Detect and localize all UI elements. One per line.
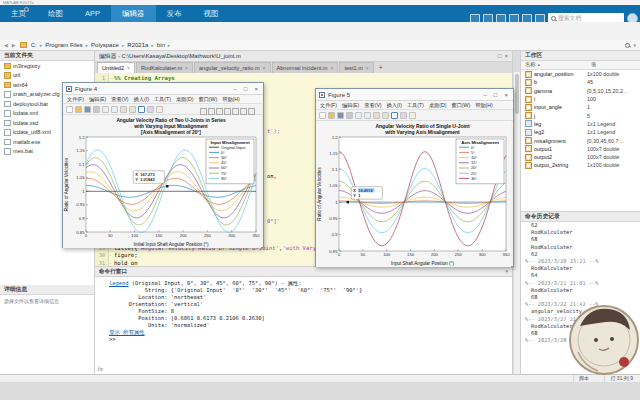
workspace-variable-5[interactable]: j5 [521, 111, 640, 119]
editor-tab-0[interactable]: Untitled2× [97, 62, 135, 73]
workspace-column-headers[interactable]: 名称 ▲ 值 [521, 61, 640, 70]
tab-close-icon[interactable]: × [331, 63, 334, 73]
history-command[interactable]: RodKalculater [521, 244, 640, 251]
figure-menu-3[interactable]: 插入(I) [387, 102, 402, 109]
breadcrumb-segment-1[interactable]: Program Files [45, 42, 82, 48]
workspace-variable-8[interactable]: misalignment[0,30,45,60,7… [521, 136, 640, 144]
history-command[interactable]: 62 [521, 222, 640, 229]
save-figure-icon[interactable] [84, 106, 91, 113]
figure5-plot[interactable]: Angular Velocity Ratio of Single U-Joint… [316, 121, 511, 267]
history-timestamp[interactable]: %-- 2023/3/28 19:38 --% [521, 337, 640, 344]
maximize-icon[interactable]: □ [242, 86, 250, 92]
pan-icon[interactable] [373, 112, 380, 119]
breadcrumb[interactable]: C:▸Program Files▸Polyspace▸R2021a▸bin▸ [31, 42, 171, 48]
brush-icon[interactable] [400, 112, 407, 119]
figure-menu-1[interactable]: 编辑(E) [89, 96, 106, 103]
command-window-header[interactable]: 命令行窗口 ▾ [95, 266, 512, 277]
rotate-3d-icon[interactable] [382, 112, 389, 119]
open-file-icon[interactable] [75, 106, 82, 113]
figure-menu-4[interactable]: 工具(T) [407, 102, 424, 109]
forward-icon[interactable]: ▶ [12, 42, 16, 48]
minimize-icon[interactable]: – [482, 92, 489, 98]
history-command[interactable]: 68 [521, 330, 640, 337]
figure-menu-7[interactable]: 帮助(H) [222, 96, 240, 103]
editor-tab-3[interactable]: Abnormal incident.m× [272, 62, 339, 73]
toolstrip-tab-2[interactable]: APP [74, 5, 111, 22]
workspace-variable-1[interactable]: b45 [521, 78, 640, 86]
figure-menu-6[interactable]: 窗口(W) [198, 96, 217, 103]
editor-tab-2[interactable]: angular_velocity_ratio.m× [194, 62, 271, 73]
show-all-properties-link[interactable]: 显示 所有属性 [109, 329, 145, 335]
print-figure-icon[interactable] [93, 106, 100, 113]
workspace-header[interactable]: 工作区 [521, 51, 640, 61]
toolstrip-tab-1[interactable]: 绘图 [37, 5, 74, 22]
workspace-variable-10[interactable]: output2100x7 double [521, 153, 640, 161]
history-command[interactable]: RodKalculater [521, 287, 640, 294]
history-timestamp[interactable]: %-- 2023/3/20 23:21 --% [521, 258, 640, 265]
history-command[interactable]: 68 [521, 236, 640, 243]
maximize-icon[interactable]: □ [492, 92, 500, 98]
figure-menu-0[interactable]: 文件(F) [67, 96, 84, 103]
legend-doc-link[interactable]: legend [109, 280, 128, 286]
open-file-icon[interactable] [328, 112, 335, 119]
new-figure-icon[interactable] [319, 112, 326, 119]
workspace-variable-9[interactable]: output1100x7 double [521, 145, 640, 153]
back-icon[interactable]: ◀ [4, 42, 8, 48]
history-timestamp[interactable]: %-- 2023/3/21 21:01 --% [521, 280, 640, 287]
breakpoint-gutter-mark[interactable]: - [110, 75, 112, 81]
workspace-variable-11[interactable]: output_2string1x100 double [521, 161, 640, 169]
history-command[interactable]: RodKalculater [521, 265, 640, 272]
new-figure-icon[interactable] [66, 106, 73, 113]
zoom-in-icon[interactable] [102, 106, 109, 113]
command-prompt[interactable]: >> [109, 336, 116, 342]
breadcrumb-segment-0[interactable]: C: [31, 42, 37, 48]
figure4-plot[interactable]: Angular Velocity Ratio of Two U-Joints i… [63, 115, 261, 248]
workspace-variable-6[interactable]: leg1x1 Legend [521, 120, 640, 128]
history-command[interactable]: angular_velocity_ratio [521, 308, 640, 315]
pan-icon[interactable] [120, 106, 127, 113]
figure4-titlebar[interactable]: Figure 4 – □ × [63, 83, 263, 95]
brush-icon[interactable] [147, 106, 154, 113]
data-cursor-icon[interactable] [138, 106, 145, 113]
history-command[interactable]: 64 [521, 272, 640, 279]
zoom-in-icon[interactable] [355, 112, 362, 119]
toolstrip-tab-3[interactable]: 编辑器 [111, 5, 156, 22]
tab-close-icon[interactable]: × [185, 63, 188, 73]
tab-close-icon[interactable]: × [127, 63, 130, 73]
breadcrumb-segment-3[interactable]: R2021a [127, 42, 148, 48]
toolstrip-tab-0[interactable]: 主页 [0, 5, 37, 22]
save-figure-icon[interactable] [337, 112, 344, 119]
figure-menu-5[interactable]: 桌面(D) [429, 102, 447, 109]
addr-search-icon[interactable] [625, 43, 630, 48]
figure-menu-5[interactable]: 桌面(D) [176, 96, 194, 103]
print-figure-icon[interactable] [346, 112, 353, 119]
data-cursor-icon[interactable] [391, 112, 398, 119]
current-folder-header[interactable]: 当前文件夹 [0, 51, 94, 61]
details-header[interactable]: 详细信息 [0, 285, 94, 295]
command-history-header[interactable]: 命令历史记录 [521, 212, 640, 222]
zoom-out-icon[interactable] [364, 112, 371, 119]
workspace-variable-7[interactable]: leg21x1 Legend [521, 128, 640, 136]
tab-close-icon[interactable]: × [263, 63, 266, 73]
figure-menu-6[interactable]: 窗口(W) [451, 102, 470, 109]
editor-close-icon[interactable]: × [504, 51, 508, 61]
editor-maximize-icon[interactable]: □ [498, 51, 502, 61]
figure-menu-3[interactable]: 插入(I) [134, 96, 149, 103]
insert-legend-icon[interactable] [156, 106, 163, 113]
new-tab-button[interactable]: + [375, 63, 387, 73]
workspace-variable-0[interactable]: angular_position1x100 double [521, 70, 640, 78]
figure5-titlebar[interactable]: Figure 5 – □ × [316, 89, 513, 101]
history-command[interactable]: RodKalculater [521, 229, 640, 236]
figure-menu-7[interactable]: 帮助(H) [475, 102, 493, 109]
breadcrumb-segment-4[interactable]: bin [157, 42, 165, 48]
editor-tab-1[interactable]: RodKalculater.m× [136, 62, 193, 73]
figure-window-4[interactable]: Figure 4 – □ × 文件(F)编辑(E)查看(V)插入(I)工具(T)… [62, 82, 264, 248]
workspace-variable-3[interactable]: i100 [521, 95, 640, 103]
workspace-variable-4[interactable]: input_angle1 [521, 103, 640, 111]
editor-document-bar[interactable]: 编辑器 - C:\Users\Kasaya\Desktop\Mathwork\U… [95, 51, 512, 62]
figure-menu-4[interactable]: 工具(T) [154, 96, 171, 103]
history-timestamp[interactable]: %-- 2023/3/27 21:55 --% [521, 316, 640, 323]
file-list-item-0[interactable]: m3iregistry [0, 61, 94, 71]
axes-hover-toolbar[interactable] [200, 108, 255, 115]
rotate-3d-icon[interactable] [129, 106, 136, 113]
